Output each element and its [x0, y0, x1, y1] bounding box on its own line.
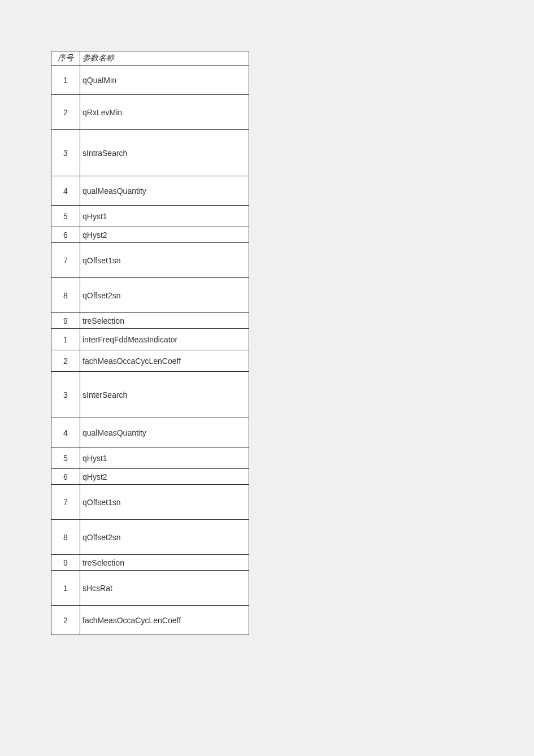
- cell-name: qHyst1: [80, 447, 249, 469]
- cell-name: treSelection: [80, 555, 249, 571]
- cell-name: qOffset1sn: [80, 485, 249, 520]
- cell-seq: 4: [51, 176, 80, 206]
- table-row: 2qRxLevMin: [51, 95, 249, 130]
- cell-name: fachMeasOccaCycLenCoeff: [80, 606, 249, 635]
- cell-name: sInterSearch: [80, 372, 249, 418]
- cell-seq: 5: [51, 447, 80, 469]
- table-row: 9treSelection: [51, 555, 249, 571]
- table-row: 5qHyst1: [51, 206, 249, 227]
- parameter-table: 序号 参数名称 1qQualMin2qRxLevMin3sIntraSearch…: [51, 51, 249, 635]
- cell-name: fachMeasOccaCycLenCoeff: [80, 350, 249, 372]
- table-row: 7qOffset1sn: [51, 485, 249, 520]
- table-row: 3sInterSearch: [51, 372, 249, 418]
- cell-seq: 1: [51, 66, 80, 95]
- cell-seq: 6: [51, 227, 80, 243]
- cell-seq: 2: [51, 606, 80, 635]
- cell-name: qOffset2sn: [80, 278, 249, 313]
- cell-seq: 5: [51, 206, 80, 227]
- cell-seq: 7: [51, 243, 80, 278]
- cell-seq: 1: [51, 571, 80, 606]
- table-row: 2fachMeasOccaCycLenCoeff: [51, 606, 249, 635]
- cell-seq: 4: [51, 418, 80, 447]
- cell-name: sHcsRat: [80, 571, 249, 606]
- cell-seq: 3: [51, 372, 80, 418]
- table-row: 9treSelection: [51, 313, 249, 329]
- table-row: 1interFreqFddMeasIndicator: [51, 329, 249, 350]
- table-header-row: 序号 参数名称: [51, 51, 249, 66]
- table-row: 7qOffset1sn: [51, 243, 249, 278]
- cell-seq: 9: [51, 313, 80, 329]
- cell-name: qHyst2: [80, 469, 249, 485]
- cell-name: qOffset2sn: [80, 520, 249, 555]
- cell-name: qRxLevMin: [80, 95, 249, 130]
- cell-seq: 3: [51, 130, 80, 176]
- cell-name: qHyst2: [80, 227, 249, 243]
- cell-name: qualMeasQuantity: [80, 418, 249, 447]
- cell-seq: 2: [51, 350, 80, 372]
- table-row: 1qQualMin: [51, 66, 249, 95]
- table-row: 4qualMeasQuantity: [51, 176, 249, 206]
- table-row: 4qualMeasQuantity: [51, 418, 249, 447]
- document-page: 序号 参数名称 1qQualMin2qRxLevMin3sIntraSearch…: [0, 0, 534, 756]
- cell-name: qQualMin: [80, 66, 249, 95]
- cell-name: qOffset1sn: [80, 243, 249, 278]
- cell-seq: 2: [51, 95, 80, 130]
- cell-seq: 7: [51, 485, 80, 520]
- cell-seq: 9: [51, 555, 80, 571]
- cell-seq: 8: [51, 278, 80, 313]
- table-row: 8qOffset2sn: [51, 520, 249, 555]
- cell-name: qHyst1: [80, 206, 249, 227]
- table-row: 1sHcsRat: [51, 571, 249, 606]
- table-row: 6qHyst2: [51, 227, 249, 243]
- header-name: 参数名称: [80, 51, 249, 66]
- cell-seq: 8: [51, 520, 80, 555]
- cell-name: qualMeasQuantity: [80, 176, 249, 206]
- table-row: 3sIntraSearch: [51, 130, 249, 176]
- table-row: 8qOffset2sn: [51, 278, 249, 313]
- table-row: 6qHyst2: [51, 469, 249, 485]
- cell-seq: 6: [51, 469, 80, 485]
- table-row: 2fachMeasOccaCycLenCoeff: [51, 350, 249, 372]
- cell-name: interFreqFddMeasIndicator: [80, 329, 249, 350]
- table-body: 1qQualMin2qRxLevMin3sIntraSearch4qualMea…: [51, 66, 249, 635]
- cell-seq: 1: [51, 329, 80, 350]
- cell-name: sIntraSearch: [80, 130, 249, 176]
- header-seq: 序号: [51, 51, 80, 66]
- cell-name: treSelection: [80, 313, 249, 329]
- table-row: 5qHyst1: [51, 447, 249, 469]
